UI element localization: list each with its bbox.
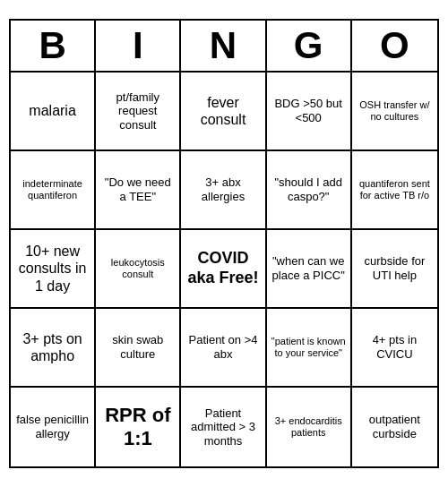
cell-text: curbside for UTI help (357, 254, 433, 282)
bingo-cell: 3+ endocarditis patients (267, 388, 352, 466)
bingo-cell: Patient admitted > 3 months (181, 388, 266, 466)
bingo-card: BINGO malariapt/family request consultfe… (9, 19, 439, 468)
cell-text: "patient is known to your service" (271, 336, 346, 359)
bingo-cell: 4+ pts in CVICU (352, 309, 437, 388)
bingo-cell: quantiferon sent for active TB r/o (352, 151, 437, 230)
cell-text: outpatient curbside (357, 413, 433, 440)
cell-text: indeterminate quantiferon (15, 178, 90, 201)
bingo-cell: "should I add caspo?" (267, 151, 352, 230)
bingo-cell: RPR of 1:1 (96, 388, 181, 466)
bingo-cell: indeterminate quantiferon (11, 151, 96, 230)
cell-text: 10+ new consults in 1 day (15, 243, 90, 295)
bingo-cell: 10+ new consults in 1 day (11, 230, 96, 309)
header-letter: B (11, 21, 96, 71)
bingo-cell: COVID aka Free! (181, 230, 266, 309)
cell-text: quantiferon sent for active TB r/o (357, 178, 433, 201)
bingo-cell: curbside for UTI help (352, 230, 437, 309)
header-letter: O (352, 21, 437, 71)
cell-text: pt/family request consult (100, 90, 175, 132)
cell-text: "should I add caspo?" (271, 175, 346, 203)
header-letter: N (181, 21, 266, 71)
bingo-cell: skin swab culture (96, 309, 181, 388)
cell-text: COVID aka Free! (185, 249, 260, 287)
bingo-cell: "Do we need a TEE" (96, 151, 181, 230)
cell-text: "when can we place a PICC" (271, 254, 346, 282)
bingo-cell: 3+ abx allergies (181, 151, 266, 230)
bingo-cell: pt/family request consult (96, 73, 181, 151)
bingo-cell: leukocytosis consult (96, 230, 181, 309)
bingo-grid: malariapt/family request consultfever co… (11, 73, 437, 466)
cell-text: fever consult (185, 94, 260, 128)
cell-text: Patient on >4 abx (185, 333, 260, 361)
bingo-cell: OSH transfer w/ no cultures (352, 73, 437, 151)
cell-text: "Do we need a TEE" (100, 175, 175, 203)
cell-text: Patient admitted > 3 months (185, 406, 260, 449)
bingo-cell: "patient is known to your service" (267, 309, 352, 388)
cell-text: leukocytosis consult (100, 257, 175, 280)
bingo-cell: BDG >50 but <500 (267, 73, 352, 151)
cell-text: skin swab culture (100, 333, 175, 361)
cell-text: 4+ pts in CVICU (357, 333, 433, 361)
bingo-cell: 3+ pts on ampho (11, 309, 96, 388)
bingo-cell: outpatient curbside (352, 388, 437, 466)
cell-text: malaria (29, 102, 75, 119)
cell-text: 3+ endocarditis patients (271, 415, 346, 439)
bingo-cell: false penicillin allergy (11, 388, 96, 466)
bingo-cell: "when can we place a PICC" (267, 230, 352, 309)
cell-text: BDG >50 but <500 (271, 97, 346, 124)
cell-text: OSH transfer w/ no cultures (357, 99, 433, 123)
header-letter: I (96, 21, 181, 71)
bingo-header: BINGO (11, 21, 437, 73)
cell-text: false penicillin allergy (15, 413, 90, 440)
cell-text: 3+ pts on ampho (15, 330, 90, 364)
bingo-cell: fever consult (181, 73, 266, 151)
cell-text: 3+ abx allergies (185, 175, 260, 203)
bingo-cell: malaria (11, 73, 96, 151)
cell-text: RPR of 1:1 (100, 404, 175, 451)
bingo-cell: Patient on >4 abx (181, 309, 266, 388)
header-letter: G (267, 21, 352, 71)
